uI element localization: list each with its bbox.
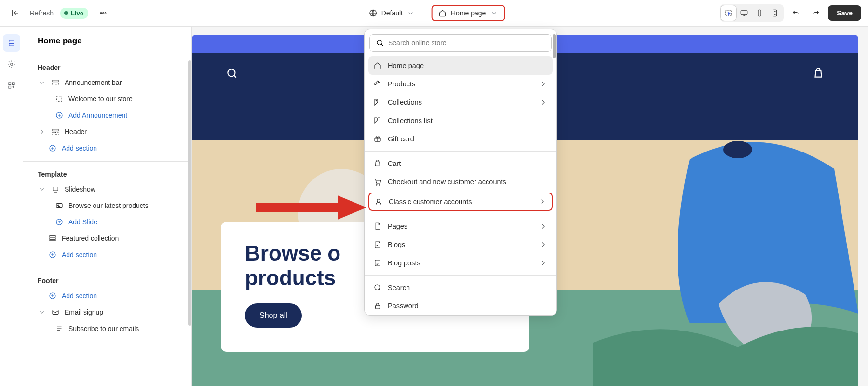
svg-rect-30 [53,310,58,315]
dd-blogs[interactable]: Blogs [365,235,556,254]
search-icon[interactable] [226,67,238,80]
header-group-label: Header [23,55,191,74]
undo-button[interactable] [787,5,804,21]
svg-point-37 [379,184,380,185]
dropdown-search-input[interactable] [388,39,545,47]
fullscreen-view[interactable] [767,5,783,21]
svg-point-23 [58,205,59,206]
node-subscribe[interactable]: Subscribe to our emails [26,320,189,337]
annotation-arrow [256,193,366,222]
template-group-label: Template [23,162,191,181]
add-section-footer[interactable]: Add section [26,288,189,304]
svg-point-31 [228,69,235,76]
svg-point-41 [375,285,380,290]
chevron-right-icon [539,259,548,267]
exit-button[interactable] [7,5,23,21]
topbar-left: Refresh Live [7,5,111,21]
svg-point-36 [376,184,377,185]
node-announcement-bar[interactable]: Announcement bar [26,74,189,91]
dd-collections[interactable]: Collections [365,93,556,111]
dd-blog-posts[interactable]: Blog posts [365,254,556,272]
dd-search[interactable]: Search [365,278,556,297]
svg-point-34 [376,100,377,101]
viewport-group [720,4,784,22]
svg-point-33 [377,40,382,45]
dd-checkout[interactable]: Checkout and new customer accounts [365,173,556,191]
hero-illustration [593,140,858,386]
svg-rect-12 [12,83,14,85]
dd-products[interactable]: Products [365,75,556,93]
locale-selector[interactable]: Default [363,6,421,20]
node-header[interactable]: Header [26,124,189,140]
desktop-view[interactable] [736,5,752,21]
svg-point-2 [105,13,106,14]
svg-rect-9 [9,44,14,46]
redo-button[interactable] [808,5,824,21]
svg-marker-44 [338,195,366,220]
svg-point-10 [10,63,13,66]
dd-password[interactable]: Password [365,297,556,315]
more-menu[interactable] [95,5,111,21]
svg-rect-8 [9,40,14,42]
svg-rect-26 [50,238,55,239]
live-badge: Live [60,8,88,19]
dd-home-page[interactable]: Home page [368,56,553,75]
dd-classic-accounts[interactable]: Classic customer accounts [368,193,553,211]
dd-gift-card[interactable]: Gift card [365,130,556,148]
dd-pages[interactable]: Pages [365,217,556,235]
topbar-right: Save [720,4,861,22]
svg-rect-25 [50,236,55,237]
svg-rect-15 [53,83,58,85]
rail-sections[interactable] [3,34,20,52]
node-browse-latest[interactable]: Browse our latest products [26,197,189,214]
page-dropdown: Home page Products Collections Collectio… [364,29,557,316]
node-welcome[interactable]: Welcome to our store [26,91,189,107]
chevron-right-icon [539,222,548,231]
svg-rect-22 [56,204,62,208]
dropdown-scrollbar[interactable] [553,34,556,58]
node-featured-collection[interactable]: Featured collection [26,230,189,247]
node-email-signup[interactable]: Email signup [26,304,189,320]
svg-rect-19 [53,133,58,135]
refresh-button[interactable]: Refresh [30,9,54,17]
svg-rect-7 [773,10,777,16]
svg-rect-5 [741,11,748,15]
node-slideshow[interactable]: Slideshow [26,181,189,197]
svg-rect-21 [53,187,58,191]
sections-sidebar: Home page Header Announcement bar Welcom… [23,27,192,386]
chevron-right-icon [539,80,548,88]
dropdown-search[interactable] [369,34,552,52]
chevron-right-icon [539,98,548,107]
add-announcement[interactable]: Add Announcement [26,107,189,124]
cart-icon[interactable] [812,67,825,80]
add-section-template[interactable]: Add section [26,247,189,263]
svg-rect-11 [9,83,11,85]
left-rail [0,27,23,386]
chevron-right-icon [539,240,548,249]
mobile-view[interactable] [752,5,767,21]
dd-collections-list[interactable]: Collections list [365,111,556,130]
rail-settings[interactable] [3,55,20,73]
svg-rect-27 [50,240,55,241]
svg-rect-13 [9,86,11,89]
svg-point-38 [377,199,380,202]
page-selector[interactable]: Home page [432,5,505,21]
inspector-toggle[interactable] [721,5,736,21]
save-button[interactable]: Save [828,5,861,21]
sidebar-scrollbar[interactable] [188,60,191,326]
svg-rect-16 [57,96,62,102]
add-slide[interactable]: Add Slide [26,214,189,230]
shop-all-button[interactable]: Shop all [245,303,302,328]
footer-group-label: Footer [23,268,191,288]
topbar-center: Default Home page [363,5,505,21]
svg-rect-18 [53,129,58,131]
svg-rect-14 [53,80,58,82]
svg-point-32 [723,141,752,158]
add-section-header[interactable]: Add section [26,140,189,156]
locale-label: Default [381,9,403,17]
page-selector-label: Home page [451,9,486,17]
editor-topbar: Refresh Live Default Home page Save [0,0,868,27]
rail-apps[interactable] [3,77,20,94]
dd-cart[interactable]: Cart [365,154,556,173]
svg-point-0 [100,13,102,14]
